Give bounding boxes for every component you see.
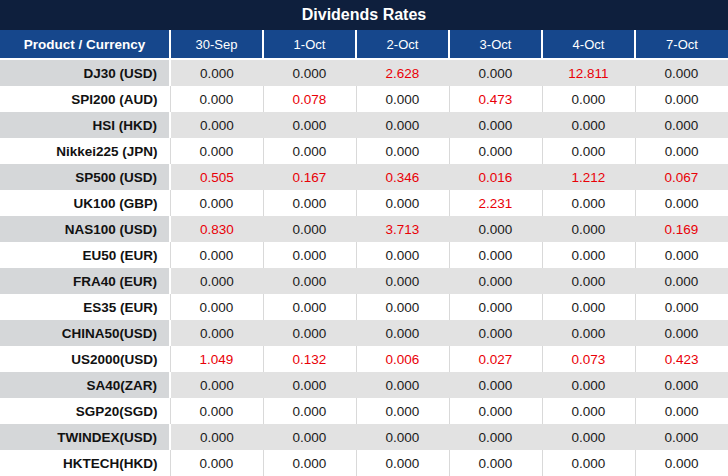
dividend-value-cell: 0.000: [263, 424, 356, 450]
dividend-value-cell: 0.000: [635, 294, 728, 320]
dividend-value-cell: 0.000: [542, 398, 635, 424]
dividends-table: Product / Currency30-Sep1-Oct2-Oct3-Oct4…: [0, 30, 728, 476]
dividend-value-cell: 0.000: [542, 112, 635, 138]
dividend-value-cell: 0.000: [170, 372, 263, 398]
table-row: US2000(USD)1.0490.1320.0060.0270.0730.42…: [0, 346, 728, 372]
table-row: SP500 (USD)0.5050.1670.3460.0161.2120.06…: [0, 164, 728, 190]
product-cell: ES35 (EUR): [0, 294, 170, 320]
dividend-value-cell: 0.000: [449, 320, 542, 346]
dividend-value-cell: 0.000: [542, 294, 635, 320]
product-cell: NAS100 (USD): [0, 216, 170, 242]
dividend-value-cell: 0.000: [170, 424, 263, 450]
dividend-value-cell: 0.000: [356, 372, 449, 398]
dividend-value-cell: 0.000: [449, 112, 542, 138]
date-column-header: 3-Oct: [449, 30, 542, 59]
dividend-value-cell: 0.000: [542, 138, 635, 164]
dividend-value-cell: 2.628: [356, 59, 449, 86]
dividend-value-cell: 1.212: [542, 164, 635, 190]
date-column-header: 30-Sep: [170, 30, 263, 59]
dividend-value-cell: 0.000: [356, 398, 449, 424]
widget-title: Dividends Rates: [302, 6, 426, 24]
table-row: EU50 (EUR)0.0000.0000.0000.0000.0000.000: [0, 242, 728, 268]
product-cell: US2000(USD): [0, 346, 170, 372]
dividend-value-cell: 0.000: [449, 294, 542, 320]
dividend-value-cell: 0.000: [449, 216, 542, 242]
product-cell: SGP20(SGD): [0, 398, 170, 424]
dividend-value-cell: 0.000: [449, 59, 542, 86]
dividend-value-cell: 0.000: [263, 268, 356, 294]
dividend-value-cell: 0.000: [170, 450, 263, 476]
widget-title-bar: Dividends Rates: [0, 0, 728, 30]
product-cell: DJ30 (USD): [0, 59, 170, 86]
dividend-value-cell: 0.078: [263, 86, 356, 112]
dividend-value-cell: 0.067: [635, 164, 728, 190]
dividend-value-cell: 0.000: [449, 398, 542, 424]
dividend-value-cell: 0.000: [635, 86, 728, 112]
dividend-value-cell: 0.000: [635, 190, 728, 216]
dividend-value-cell: 0.000: [449, 372, 542, 398]
dividend-value-cell: 0.000: [356, 112, 449, 138]
dividend-value-cell: 2.231: [449, 190, 542, 216]
product-cell: CHINA50(USD): [0, 320, 170, 346]
dividend-value-cell: 0.473: [449, 86, 542, 112]
table-row: Nikkei225 (JPN)0.0000.0000.0000.0000.000…: [0, 138, 728, 164]
dividend-value-cell: 0.000: [263, 372, 356, 398]
product-cell: TWINDEX(USD): [0, 424, 170, 450]
dividend-value-cell: 0.000: [356, 320, 449, 346]
table-row: SA40(ZAR)0.0000.0000.0000.0000.0000.000: [0, 372, 728, 398]
dividend-value-cell: 0.000: [635, 268, 728, 294]
dividend-value-cell: 0.000: [635, 59, 728, 86]
dividend-value-cell: 0.000: [263, 320, 356, 346]
dividend-value-cell: 0.000: [170, 59, 263, 86]
dividend-value-cell: 0.000: [356, 268, 449, 294]
dividend-value-cell: 0.000: [449, 450, 542, 476]
dividend-value-cell: 0.000: [635, 398, 728, 424]
dividend-value-cell: 0.000: [635, 372, 728, 398]
dividend-value-cell: 0.000: [635, 242, 728, 268]
dividend-value-cell: 0.132: [263, 346, 356, 372]
dividend-value-cell: 0.167: [263, 164, 356, 190]
table-row: SPI200 (AUD)0.0000.0780.0000.4730.0000.0…: [0, 86, 728, 112]
table-row: ES35 (EUR)0.0000.0000.0000.0000.0000.000: [0, 294, 728, 320]
product-currency-header: Product / Currency: [0, 30, 170, 59]
dividend-value-cell: 0.000: [170, 86, 263, 112]
product-cell: HSI (HKD): [0, 112, 170, 138]
table-header: Product / Currency30-Sep1-Oct2-Oct3-Oct4…: [0, 30, 728, 59]
table-row: NAS100 (USD)0.8300.0003.7130.0000.0000.1…: [0, 216, 728, 242]
table-row: FRA40 (EUR)0.0000.0000.0000.0000.0000.00…: [0, 268, 728, 294]
dividend-value-cell: 0.000: [170, 398, 263, 424]
product-cell: EU50 (EUR): [0, 242, 170, 268]
dividend-value-cell: 0.000: [263, 398, 356, 424]
dividend-value-cell: 0.000: [170, 268, 263, 294]
product-cell: FRA40 (EUR): [0, 268, 170, 294]
dividend-value-cell: 0.000: [635, 320, 728, 346]
table-row: HSI (HKD)0.0000.0000.0000.0000.0000.000: [0, 112, 728, 138]
dividend-value-cell: 0.073: [542, 346, 635, 372]
dividend-value-cell: 0.346: [356, 164, 449, 190]
table-row: SGP20(SGD)0.0000.0000.0000.0000.0000.000: [0, 398, 728, 424]
dividend-value-cell: 0.000: [263, 190, 356, 216]
dividend-value-cell: 0.000: [170, 138, 263, 164]
dividend-value-cell: 0.000: [542, 216, 635, 242]
date-column-header: 4-Oct: [542, 30, 635, 59]
dividend-value-cell: 0.000: [170, 242, 263, 268]
dividend-value-cell: 0.016: [449, 164, 542, 190]
dividend-value-cell: 0.000: [263, 216, 356, 242]
dividend-value-cell: 0.000: [635, 138, 728, 164]
dividend-value-cell: 1.049: [170, 346, 263, 372]
dividend-value-cell: 0.027: [449, 346, 542, 372]
dividend-value-cell: 0.830: [170, 216, 263, 242]
dividend-value-cell: 0.000: [170, 320, 263, 346]
dividend-value-cell: 0.000: [635, 424, 728, 450]
dividend-value-cell: 3.713: [356, 216, 449, 242]
product-cell: HKTECH(HKD): [0, 450, 170, 476]
table-row: DJ30 (USD)0.0000.0002.6280.00012.8110.00…: [0, 59, 728, 86]
table-row: UK100 (GBP)0.0000.0000.0002.2310.0000.00…: [0, 190, 728, 216]
dividend-value-cell: 0.000: [542, 242, 635, 268]
dividend-value-cell: 0.000: [542, 86, 635, 112]
dividend-value-cell: 0.423: [635, 346, 728, 372]
header-row: Product / Currency30-Sep1-Oct2-Oct3-Oct4…: [0, 30, 728, 59]
product-cell: Nikkei225 (JPN): [0, 138, 170, 164]
dividends-rates-widget: Dividends Rates Product / Currency30-Sep…: [0, 0, 728, 476]
dividend-value-cell: 0.000: [356, 294, 449, 320]
